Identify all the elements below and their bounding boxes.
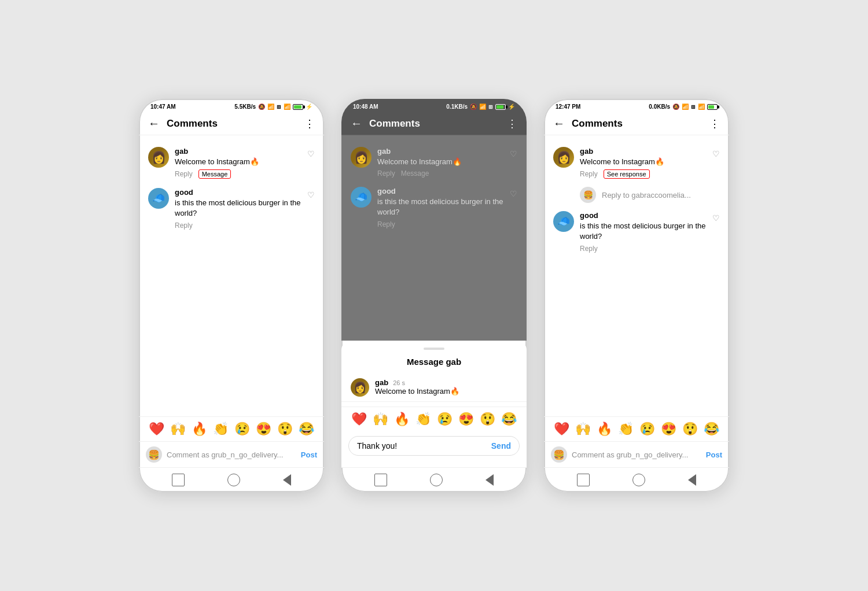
see-response-btn-right[interactable]: See response	[604, 169, 650, 179]
reply-preview-text-right: Reply to gabraccoomelia...	[602, 191, 691, 200]
sheet-username: gab	[375, 378, 388, 387]
reply-btn-good-left[interactable]: Reply	[175, 221, 193, 230]
post-btn-right[interactable]: Post	[706, 450, 722, 459]
emoji-laugh-sheet[interactable]: 😂	[501, 412, 517, 427]
reply-btn-good-middle[interactable]: Reply	[377, 220, 395, 228]
emoji-cry-left[interactable]: 😢	[234, 422, 250, 437]
nav-circle-middle[interactable]	[430, 474, 443, 486]
emoji-fire-left[interactable]: 🔥	[192, 422, 207, 437]
emoji-laugh-left[interactable]: 😂	[299, 422, 314, 437]
sheet-input-text[interactable]: Thank you!	[357, 441, 491, 450]
emoji-row-right: ❤️ 🙌 🔥 👏 😢 😍 😲 😂	[544, 416, 729, 441]
reply-btn-good-right[interactable]: Reply	[580, 245, 598, 253]
sim-icon-middle: ⊞	[488, 104, 493, 110]
header-left-group: ← Comments	[148, 117, 218, 130]
header-left-group-middle: ← Comments	[351, 117, 420, 130]
network-speed-left: 5.5KB/s	[234, 104, 256, 110]
nav-circle-right[interactable]	[632, 474, 645, 486]
status-bar-middle: 10:48 AM 0.1KB/s 🔕 📶 ⊞ ⚡	[341, 99, 527, 112]
heart-gab-right[interactable]: ♡	[712, 149, 720, 158]
emoji-hands-sheet[interactable]: 🙌	[373, 412, 388, 427]
post-btn-left[interactable]: Post	[301, 450, 317, 459]
avatar-gab-middle: 👩	[351, 147, 372, 168]
header-middle: ← Comments ⋮	[341, 112, 527, 135]
back-button-left[interactable]: ←	[148, 117, 160, 130]
emoji-love-sheet[interactable]: 😍	[458, 412, 474, 427]
emoji-love-right[interactable]: 😍	[661, 422, 676, 437]
avatar-gab-right: 👩	[553, 147, 574, 168]
comments-list-right: 👩 gab Welcome to Instagram🔥 Reply See re…	[544, 135, 729, 416]
emoji-heart-sheet[interactable]: ❤️	[351, 412, 367, 427]
message-btn-gab-middle[interactable]: Message	[401, 169, 429, 178]
heart-good-left[interactable]: ♡	[307, 190, 315, 200]
comment-placeholder-left[interactable]: Comment as grub_n_go_delivery...	[167, 450, 296, 459]
back-button-middle[interactable]: ←	[351, 117, 362, 130]
nav-back-right[interactable]	[688, 474, 696, 486]
reply-btn-gab-left[interactable]: Reply	[175, 170, 193, 178]
notification-icon-right: 🔕	[672, 104, 679, 110]
emoji-hands-left[interactable]: 🙌	[170, 422, 186, 437]
comment-actions-gab-right: Reply See response	[580, 169, 720, 179]
comment-item-gab-middle: 👩 gab Welcome to Instagram🔥 Reply Messag…	[341, 142, 527, 182]
heart-good-right[interactable]: ♡	[712, 213, 720, 223]
emoji-clap-left[interactable]: 👏	[213, 422, 229, 437]
more-button-right[interactable]: ⋮	[709, 117, 720, 130]
comment-item-good-right: 🧢 good is this the most delicious burger…	[544, 206, 729, 257]
emoji-fire-sheet[interactable]: 🔥	[394, 412, 410, 427]
emoji-wow-sheet[interactable]: 😲	[480, 412, 495, 427]
emoji-laugh-right[interactable]: 😂	[704, 422, 719, 437]
back-button-right[interactable]: ←	[553, 117, 565, 130]
phone-right: 12:47 PM 0.0KB/s 🔕 📶 ⊞ 📶 ← Comments ⋮	[544, 99, 729, 492]
emoji-heart-left[interactable]: ❤️	[149, 422, 164, 437]
nav-back-middle[interactable]	[486, 474, 494, 486]
comment-body-gab-middle: gab Welcome to Instagram🔥 Reply Message	[377, 147, 517, 178]
sheet-preview-body: gab 26 s Welcome to Instagram🔥	[375, 378, 459, 396]
comment-text-gab-left: Welcome to Instagram🔥	[175, 157, 315, 167]
nav-square-middle[interactable]	[374, 474, 387, 486]
heart-good-middle[interactable]: ♡	[510, 189, 517, 198]
time-middle: 10:48 AM	[353, 104, 378, 110]
comment-item-good-middle: 🧢 good is this the most delicious burger…	[341, 182, 527, 232]
emoji-clap-sheet[interactable]: 👏	[415, 412, 431, 427]
emoji-hands-right[interactable]: 🙌	[575, 422, 591, 437]
status-bar-left: 10:47 AM 5.5KB/s 🔕 📶 ⊞ 📶 ⚡	[139, 99, 324, 112]
comment-text-good-left: is this the most delicious burger in the…	[175, 198, 315, 219]
nav-square-right[interactable]	[577, 474, 590, 486]
emoji-fire-right[interactable]: 🔥	[597, 422, 612, 437]
emoji-cry-sheet[interactable]: 😢	[437, 412, 453, 427]
emoji-heart-right[interactable]: ❤️	[554, 422, 569, 437]
sheet-input-area[interactable]: Thank you! Send	[348, 436, 520, 456]
sheet-send-btn[interactable]: Send	[491, 441, 511, 450]
more-button-left[interactable]: ⋮	[304, 117, 315, 130]
reply-btn-gab-right[interactable]: Reply	[580, 170, 598, 178]
network-speed-right: 0.0KB/s	[649, 104, 670, 110]
emoji-wow-left[interactable]: 😲	[277, 422, 293, 437]
wifi-icon-left: 📶	[284, 104, 290, 110]
more-button-middle[interactable]: ⋮	[507, 117, 517, 130]
comment-item-good-left: 🧢 good is this the most delicious burger…	[139, 183, 324, 234]
comment-actions-good-left: Reply	[175, 221, 315, 230]
signal-icon-middle: 📶	[479, 104, 486, 110]
nav-square-left[interactable]	[172, 474, 185, 486]
nav-circle-left[interactable]	[227, 474, 240, 486]
heart-gab-middle[interactable]: ♡	[510, 149, 517, 158]
phone-left: 10:47 AM 5.5KB/s 🔕 📶 ⊞ 📶 ⚡ ← Comments ⋮	[139, 99, 324, 492]
nav-back-left[interactable]	[283, 474, 291, 486]
sim-icon: ⊞	[277, 104, 281, 110]
avatar-sheet-gab: 👩	[351, 378, 369, 397]
emoji-wow-right[interactable]: 😲	[682, 422, 698, 437]
wifi-icon-right: 📶	[698, 104, 705, 110]
nav-bar-left	[139, 467, 324, 492]
reply-btn-gab-middle[interactable]: Reply	[377, 169, 395, 178]
emoji-cry-right[interactable]: 😢	[639, 422, 655, 437]
comment-text-good-middle: is this the most delicious burger in the…	[377, 197, 517, 217]
emoji-clap-right[interactable]: 👏	[618, 422, 634, 437]
message-btn-gab-left[interactable]: Message	[198, 169, 231, 179]
emoji-love-left[interactable]: 😍	[256, 422, 271, 437]
comment-placeholder-right[interactable]: Comment as grub_n_go_delivery...	[572, 450, 701, 459]
comment-input-bar-right: 🍔 Comment as grub_n_go_delivery... Post	[544, 441, 729, 467]
username-good-middle: good	[377, 187, 517, 195]
heart-gab-left[interactable]: ♡	[307, 149, 315, 158]
emoji-row-left: ❤️ 🙌 🔥 👏 😢 😍 😲 😂	[139, 416, 324, 441]
comment-actions-gab-left: Reply Message	[175, 169, 315, 179]
